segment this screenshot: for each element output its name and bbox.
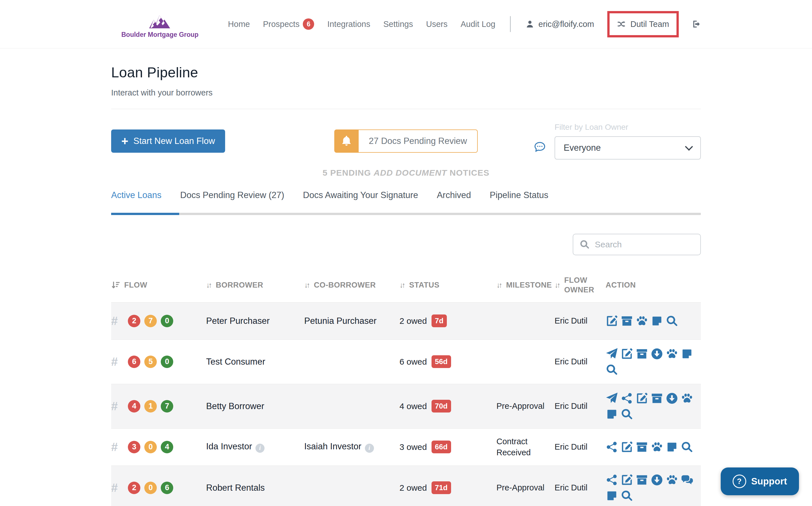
prospects-count-badge: 6 — [303, 18, 314, 30]
coborrower-name[interactable]: Petunia Purchaser — [304, 316, 376, 326]
edit-icon[interactable] — [620, 474, 633, 486]
download-icon[interactable] — [651, 474, 663, 486]
table-row: #650 Test Consumer 6 owed56d Eric Dutil — [111, 340, 701, 384]
accepted-badge: 4 — [161, 441, 173, 453]
nav-prospects[interactable]: Prospects6 — [263, 18, 314, 30]
action-icons — [606, 392, 701, 421]
column-milestone[interactable]: MILESTONE — [497, 280, 555, 290]
flow-hash-icon[interactable]: # — [111, 440, 118, 454]
download-icon[interactable] — [666, 392, 678, 405]
column-flow[interactable]: FLOW — [111, 280, 206, 290]
divider — [111, 109, 701, 109]
tab-pipeline-status[interactable]: Pipeline Status — [490, 190, 548, 202]
edit-icon[interactable] — [620, 348, 633, 360]
tab-active-loans[interactable]: Active Loans — [111, 190, 162, 202]
paw-icon[interactable] — [636, 315, 648, 327]
nav-audit-log[interactable]: Audit Log — [460, 19, 495, 29]
search-icon[interactable] — [620, 490, 633, 502]
share-icon[interactable] — [606, 474, 618, 486]
sort-icon — [497, 280, 503, 290]
tab-docs-awaiting-signature[interactable]: Docs Awaiting Your Signature — [303, 190, 418, 202]
nav-integrations[interactable]: Integrations — [327, 19, 370, 29]
annotation-highlight-box: Dutil Team — [607, 11, 679, 37]
nav-home[interactable]: Home — [228, 19, 250, 29]
archive-icon[interactable] — [651, 392, 663, 405]
flow-owner: Eric Dutil — [555, 442, 606, 451]
flow-owner: Eric Dutil — [555, 483, 606, 492]
edit-icon[interactable] — [606, 315, 618, 327]
note-icon[interactable] — [606, 408, 618, 420]
support-button[interactable]: Support — [721, 468, 799, 495]
search-icon[interactable] — [620, 408, 633, 420]
table-row: #270 Peter Purchaser Petunia Purchaser 2… — [111, 303, 701, 340]
action-icons — [606, 440, 701, 454]
archive-icon[interactable] — [636, 348, 648, 360]
note-icon[interactable] — [606, 490, 618, 502]
column-status[interactable]: STATUS — [399, 280, 497, 290]
flow-owner: Eric Dutil — [555, 357, 606, 366]
search-icon[interactable] — [681, 441, 693, 453]
archive-icon[interactable] — [620, 315, 633, 327]
paw-icon[interactable] — [666, 348, 678, 360]
edit-icon[interactable] — [620, 441, 633, 453]
search-icon[interactable] — [606, 363, 618, 376]
borrower-name[interactable]: Test Consumer — [206, 357, 265, 366]
note-icon[interactable] — [651, 315, 663, 327]
docs-pending-review-button[interactable]: 27 Docs Pending Review — [334, 130, 478, 153]
note-icon[interactable] — [681, 348, 693, 360]
table-row: #206 Robert Rentals 2 owed71d Pre-Approv… — [111, 466, 701, 506]
flow-hash-icon[interactable]: # — [111, 355, 118, 368]
team-switcher[interactable]: Dutil Team — [617, 19, 669, 29]
edit-icon[interactable] — [636, 392, 648, 405]
action-icons — [606, 347, 701, 376]
archive-icon[interactable] — [636, 474, 648, 486]
borrower-name[interactable]: Robert Rentals — [206, 483, 265, 493]
coborrower-name[interactable]: Isaiah Investor — [304, 441, 362, 451]
share-icon[interactable] — [620, 392, 633, 405]
flow-hash-icon[interactable]: # — [111, 314, 118, 328]
column-borrower[interactable]: BORROWER — [206, 280, 304, 290]
paw-icon[interactable] — [681, 392, 693, 405]
owed-badge: 4 — [128, 400, 140, 413]
tab-docs-pending-review[interactable]: Docs Pending Review (27) — [180, 190, 284, 202]
milestone: Pre-Approval — [497, 482, 555, 493]
borrower-name[interactable]: Ida Investor — [206, 441, 252, 451]
accepted-badge: 0 — [161, 355, 173, 368]
user-account[interactable]: eric@floify.com — [525, 19, 594, 29]
column-flow-owner[interactable]: FLOW OWNER — [555, 276, 606, 295]
sign-out-icon[interactable] — [692, 19, 701, 29]
search-input[interactable] — [573, 234, 701, 255]
selected-owner: Everyone — [564, 143, 601, 153]
nav-divider — [510, 16, 511, 32]
brand-name: Boulder Mortgage Group — [121, 31, 199, 38]
borrower-name[interactable]: Peter Purchaser — [206, 316, 270, 326]
tab-indicator-track[interactable] — [111, 213, 701, 215]
note-icon[interactable] — [666, 441, 678, 453]
flow-hash-icon[interactable]: # — [111, 481, 118, 495]
status-owed: 3 owed — [399, 442, 427, 452]
brand-logo[interactable]: Boulder Mortgage Group — [121, 10, 199, 38]
start-new-loan-flow-button[interactable]: Start New Loan Flow — [111, 130, 225, 153]
accepted-badge: 6 — [161, 482, 173, 494]
column-coborrower[interactable]: CO-BORROWER — [304, 280, 399, 290]
info-icon[interactable] — [365, 444, 374, 453]
archive-icon[interactable] — [636, 441, 648, 453]
chat-icon[interactable] — [681, 474, 693, 486]
paw-icon[interactable] — [651, 441, 663, 453]
flow-hash-icon[interactable]: # — [111, 400, 118, 413]
share-icon[interactable] — [606, 441, 618, 453]
info-icon[interactable] — [255, 444, 265, 453]
send-icon[interactable] — [606, 348, 618, 360]
chat-bubble-icon[interactable] — [534, 141, 546, 153]
nav-users[interactable]: Users — [426, 19, 448, 29]
paw-icon[interactable] — [666, 474, 678, 486]
support-label: Support — [751, 476, 787, 487]
loan-owner-select[interactable]: Everyone — [555, 136, 701, 160]
search-icon[interactable] — [666, 315, 678, 327]
tab-archived[interactable]: Archived — [437, 190, 471, 202]
milestone: Pre-Approval — [497, 401, 555, 412]
nav-settings[interactable]: Settings — [383, 19, 413, 29]
send-icon[interactable] — [606, 392, 618, 405]
download-icon[interactable] — [651, 348, 663, 360]
borrower-name[interactable]: Betty Borrower — [206, 401, 264, 411]
